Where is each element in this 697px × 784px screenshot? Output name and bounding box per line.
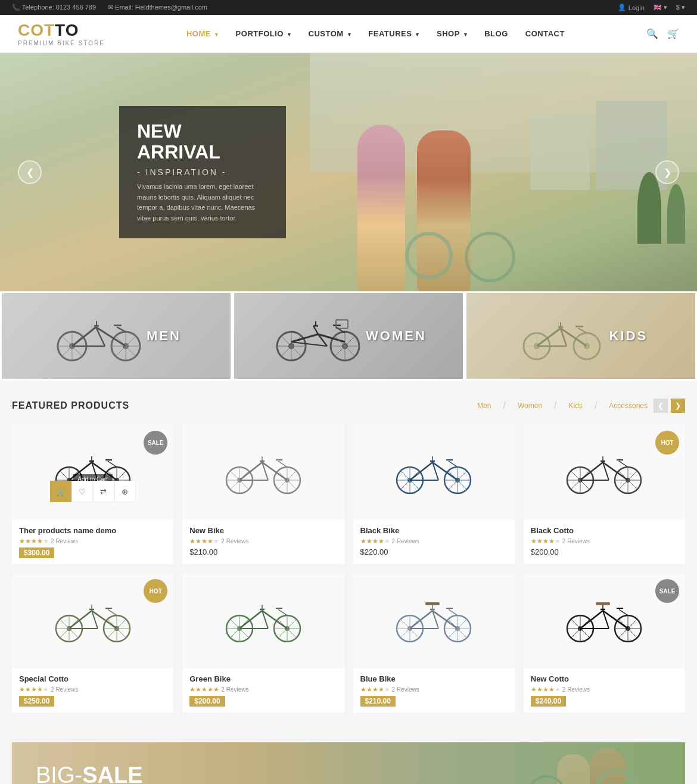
slider-next-button[interactable]: ❯ — [655, 160, 679, 184]
svg-rect-223 — [596, 602, 610, 605]
svg-line-34 — [313, 326, 318, 334]
badge-sale-1: SALE — [144, 431, 167, 455]
top-bar-actions: 👤 Login 🇬🇧 ▾ $ ▾ — [618, 4, 685, 11]
product-name-2: New Bike — [189, 526, 337, 535]
compare-btn-1[interactable]: ⇄ — [93, 481, 114, 502]
product-card-3[interactable]: Black Bike ★★★★★ 2 Reviews $220.00 — [353, 425, 515, 564]
kids-bike-icon — [514, 309, 609, 363]
cart-icon[interactable]: 🛒 — [667, 28, 679, 39]
tab-men[interactable]: Men — [477, 402, 491, 410]
product-name-1: Ther products name demo — [19, 526, 166, 535]
hero-title: NEW ARRIVAL — [137, 121, 268, 163]
svg-line-194 — [410, 611, 432, 629]
hero-content: NEW ARRIVAL - INSPIRATION - Vivamus laci… — [119, 106, 286, 239]
product-price-4: $200.00 — [531, 547, 678, 556]
svg-line-138 — [619, 461, 628, 467]
currency-selector[interactable]: $ ▾ — [676, 4, 685, 11]
featured-title: FEATURED PRODUCTS — [12, 400, 129, 411]
nav-features[interactable]: FEATURES ▾ — [361, 24, 427, 43]
product-grid-row2: HOT — [12, 573, 685, 713]
user-icon: 👤 — [618, 4, 626, 11]
svg-line-94 — [239, 462, 262, 480]
badge-hot-5: HOT — [144, 579, 167, 603]
product-stars-8: ★★★★★ 2 Reviews — [531, 686, 678, 693]
product-card-2[interactable]: New Bike ★★★★★ 2 Reviews $210.00 — [182, 425, 344, 564]
svg-line-215 — [580, 611, 603, 629]
nav-contact[interactable]: CONTACT — [518, 24, 572, 43]
main-nav: HOME ▾ PORTFOLIO ▾ CUSTOM ▾ FEATURES ▾ S… — [179, 24, 572, 43]
product-img-8: SALE — [524, 573, 685, 668]
category-kids[interactable]: KIDS — [465, 291, 697, 381]
phone-info: 📞 Telephone: 0123 456 789 — [12, 4, 96, 11]
zoom-btn-1[interactable]: ⊕ — [114, 481, 136, 502]
category-kids-label: KIDS — [609, 328, 648, 344]
product-price-8: $240.00 — [531, 696, 678, 707]
svg-rect-202 — [425, 602, 440, 605]
email-info: ✉ Email: Fieldthemes@gmail.com — [108, 4, 207, 11]
sale-banner[interactable]: BIG-SALE New bike by manufacturers COTTO — [12, 742, 685, 784]
product-stars-6: ★★★★★ 2 Reviews — [189, 686, 337, 693]
product-price-1: $300.00 — [19, 547, 166, 558]
featured-next-arrow[interactable]: ❯ — [671, 399, 685, 413]
tab-women[interactable]: Women — [518, 402, 542, 410]
product-img-3 — [353, 425, 515, 520]
featured-prev-arrow[interactable]: ❮ — [654, 399, 668, 413]
nav-home[interactable]: HOME ▾ — [179, 24, 226, 43]
product-card-6[interactable]: Green Bike ★★★★★ 2 Reviews $200.00 — [182, 573, 344, 713]
logo: COTTO Premium Bike Store — [18, 21, 105, 46]
product-card-1[interactable]: SALE — [12, 425, 173, 564]
svg-line-158 — [108, 609, 117, 615]
svg-line-174 — [239, 611, 262, 629]
product-price-3: $220.00 — [360, 547, 508, 556]
product-name-3: Black Bike — [360, 526, 508, 535]
bike-img-7 — [392, 594, 475, 648]
action-buttons-1: 🛒 ♡ ⇄ ⊕ — [12, 481, 173, 502]
login-button[interactable]: 👤 Login — [618, 4, 645, 11]
hero-slider: NEW ARRIVAL - INSPIRATION - Vivamus laci… — [0, 53, 697, 291]
men-bike-icon — [51, 309, 147, 363]
sale-text: BIG-SALE New bike by manufacturers COTTO — [36, 763, 158, 785]
nav-portfolio[interactable]: PORTFOLIO ▾ — [229, 24, 298, 43]
category-women[interactable]: WOMEN — [232, 291, 465, 381]
category-men[interactable]: MEN — [0, 291, 232, 381]
product-name-4: Black Cotto — [531, 526, 678, 535]
logo-tagline: Premium Bike Store — [18, 40, 105, 46]
featured-tabs: Men / Women / Kids / Accessories — [477, 400, 648, 411]
header-icons: 🔍 🛒 — [646, 28, 679, 39]
svg-line-114 — [410, 462, 432, 480]
slider-prev-button[interactable]: ❮ — [18, 160, 42, 184]
category-women-label: WOMEN — [366, 328, 427, 344]
nav-blog[interactable]: BLOG — [477, 24, 515, 43]
nav-shop[interactable]: SHOP ▾ — [430, 24, 474, 43]
product-card-7[interactable]: Blue Bike ★★★★★ 2 Reviews $210.00 — [353, 573, 515, 713]
category-men-label: MEN — [147, 328, 181, 344]
sale-big-title: BIG-SALE — [36, 763, 158, 785]
product-stars-5: ★★★★★ 2 Reviews — [19, 686, 166, 693]
product-info-6: Green Bike ★★★★★ 2 Reviews $200.00 — [182, 668, 344, 713]
bike-img-3 — [392, 446, 475, 499]
product-name-7: Blue Bike — [360, 674, 508, 683]
product-price-2: $210.00 — [189, 547, 337, 556]
product-card-4[interactable]: HOT — [524, 425, 685, 564]
hero-scene — [310, 53, 697, 291]
logo-text: COTTO — [18, 21, 105, 40]
tab-kids[interactable]: Kids — [569, 402, 583, 410]
product-stars-1: ★★★★★ 2 Reviews — [19, 537, 166, 545]
featured-products-section: FEATURED PRODUCTS Men / Women / Kids / A… — [0, 381, 697, 730]
wishlist-btn-1[interactable]: ♡ — [71, 481, 93, 502]
tab-accessories[interactable]: Accessories — [609, 402, 648, 410]
product-info-2: New Bike ★★★★★ 2 Reviews $210.00 — [182, 520, 344, 562]
product-name-6: Green Bike — [189, 674, 337, 683]
svg-rect-39 — [336, 320, 348, 328]
language-selector[interactable]: 🇬🇧 ▾ — [654, 4, 667, 11]
add-cart-btn-1[interactable]: 🛒 — [50, 481, 71, 502]
product-card-8[interactable]: SALE — [524, 573, 685, 713]
search-icon[interactable]: 🔍 — [646, 28, 658, 39]
product-price-5: $250.00 — [19, 696, 166, 707]
product-img-7 — [353, 573, 515, 668]
nav-custom[interactable]: CUSTOM ▾ — [301, 24, 359, 43]
product-info-1: Ther products name demo ★★★★★ 2 Reviews … — [12, 520, 173, 564]
product-card-5[interactable]: HOT — [12, 573, 173, 713]
hero-subtitle: - INSPIRATION - — [137, 167, 268, 177]
product-img-1: SALE — [12, 425, 173, 520]
